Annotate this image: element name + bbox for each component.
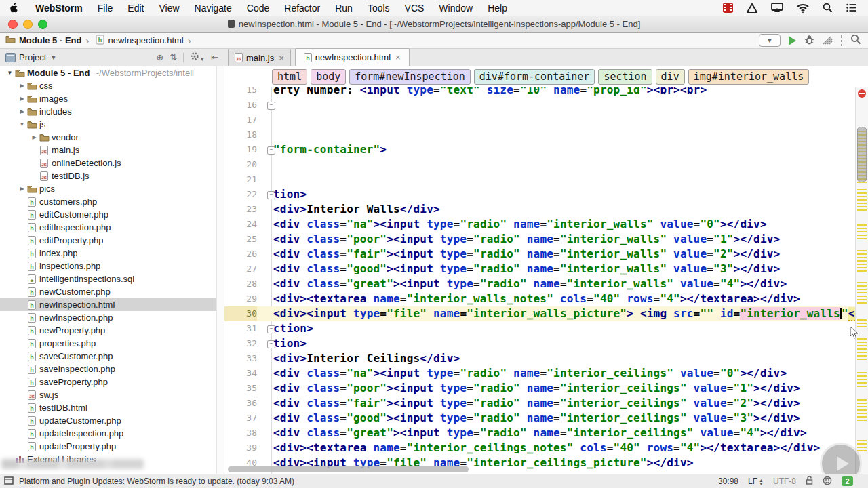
- airplay-icon[interactable]: [771, 3, 783, 13]
- code-line[interactable]: 16−: [224, 98, 856, 113]
- warning-stripe-mark[interactable]: [857, 372, 867, 388]
- tree-item-index-php[interactable]: hindex.php: [0, 247, 224, 260]
- tree-item-pics[interactable]: ▶pics: [0, 182, 224, 195]
- project-panel-title[interactable]: Project: [19, 52, 46, 62]
- code-line[interactable]: 22−tion>: [224, 187, 856, 202]
- tree-item-customers-php[interactable]: hcustomers.php: [0, 195, 224, 208]
- tree-item-saveproperty-php[interactable]: hsaveProperty.php: [0, 375, 224, 388]
- breadcrumb-file[interactable]: newInspection.html: [108, 35, 183, 45]
- breadcrumb-module[interactable]: Module 5 - End: [19, 35, 81, 45]
- warning-stripe-mark[interactable]: [857, 319, 867, 327]
- menu-item-file[interactable]: File: [90, 3, 121, 14]
- tree-item-css[interactable]: ▶css: [0, 79, 224, 92]
- menu-item-run[interactable]: Run: [328, 3, 360, 14]
- code-line[interactable]: 30<div><input type="file" name="interior…: [224, 306, 856, 321]
- breadcrumb-pill-div[interactable]: div: [656, 69, 685, 85]
- code-viewport[interactable]: 15erty Number: <input type="text" size="…: [224, 87, 856, 474]
- locate-file-icon[interactable]: ⊕: [156, 52, 163, 62]
- code-line[interactable]: 23<div>Interior Walls</div>: [224, 202, 856, 217]
- code-line[interactable]: 34<div class="na"><input type="radio" na…: [224, 366, 856, 381]
- error-stripe[interactable]: [855, 87, 868, 474]
- close-tab-icon[interactable]: ×: [279, 53, 284, 63]
- menu-item-tools[interactable]: Tools: [360, 3, 397, 14]
- collapse-arrow-icon[interactable]: ▼: [18, 121, 26, 127]
- tree-item-onlinedetection-js[interactable]: JSonlineDetection.js: [0, 157, 224, 169]
- tree-item-js[interactable]: ▼js: [0, 118, 224, 131]
- menu-item-code[interactable]: Code: [239, 3, 277, 14]
- breadcrumb-pill-img-interior-walls[interactable]: img#interior_walls: [688, 69, 810, 85]
- code-line[interactable]: 31−ction>: [224, 321, 856, 336]
- code-line[interactable]: 24<div class="na"><input type="radio" na…: [224, 217, 856, 232]
- vertical-scrollbar-thumb[interactable]: [857, 127, 867, 182]
- settings-gear-icon[interactable]: ▼: [190, 52, 205, 63]
- file-encoding[interactable]: UTF-8: [773, 476, 796, 486]
- run-button[interactable]: [789, 36, 796, 45]
- chevron-down-icon[interactable]: ▼: [50, 54, 56, 61]
- menu-item-refactor[interactable]: Refactor: [277, 3, 328, 14]
- tree-item-images[interactable]: ▶images: [0, 92, 224, 105]
- expand-arrow-icon[interactable]: ▶: [18, 96, 26, 102]
- apple-menu-icon[interactable]: [9, 3, 18, 13]
- debug-icon[interactable]: [804, 35, 814, 47]
- coverage-icon[interactable]: [823, 35, 833, 47]
- menu-item-window[interactable]: Window: [431, 3, 480, 14]
- search-everywhere-icon[interactable]: [850, 34, 861, 47]
- tree-item-vendor[interactable]: ▶vendor: [0, 131, 224, 144]
- breadcrumb-pill-body[interactable]: body: [311, 69, 346, 85]
- inspections-profile-icon[interactable]: [823, 476, 832, 487]
- code-line[interactable]: 18: [224, 127, 856, 142]
- code-line[interactable]: 33<div>Interior Ceilings</div>: [224, 351, 856, 366]
- menu-item-help[interactable]: Help: [480, 3, 515, 14]
- tree-item-newinspection-html[interactable]: hnewInspection.html: [0, 298, 224, 311]
- expand-arrow-icon[interactable]: ▶: [18, 186, 26, 192]
- warning-stripe-mark[interactable]: [857, 282, 867, 304]
- line-ending-selector[interactable]: LF▲▼: [748, 476, 764, 486]
- code-line[interactable]: 28<div class="great"><input type="radio"…: [224, 277, 856, 291]
- lock-icon[interactable]: [806, 476, 813, 487]
- status-window-icon[interactable]: [4, 476, 14, 487]
- horizontal-scrollbar[interactable]: [228, 466, 469, 472]
- warning-stripe-mark[interactable]: [857, 189, 867, 212]
- code-line[interactable]: 36<div class="fair"><input type="radio" …: [224, 396, 856, 411]
- tree-item-main-js[interactable]: JSmain.js: [0, 144, 224, 157]
- warning-stripe-mark[interactable]: [857, 440, 867, 453]
- tree-item-editinspection-php[interactable]: heditInspection.php: [0, 221, 224, 234]
- close-tab-icon[interactable]: ×: [395, 52, 401, 62]
- hide-panel-icon[interactable]: ⇤: [211, 52, 218, 62]
- tree-item-editproperty-php[interactable]: heditProperty.php: [0, 234, 224, 247]
- expand-arrow-icon[interactable]: ▶: [18, 83, 26, 89]
- code-line[interactable]: 21: [224, 172, 856, 187]
- code-line[interactable]: 19−"form-container">: [224, 142, 856, 157]
- tree-item-module-5-end[interactable]: ▼Module 5 - End~/WebstormProjects/intell: [0, 66, 224, 79]
- caret-position[interactable]: 30:98: [718, 476, 738, 486]
- wifi-icon[interactable]: [797, 3, 809, 13]
- google-drive-icon[interactable]: [747, 3, 757, 13]
- warning-stripe-mark[interactable]: [857, 399, 867, 422]
- tree-item-editcustomer-php[interactable]: heditCustomer.php: [0, 208, 224, 221]
- tree-item-properties-php[interactable]: hproperties.php: [0, 337, 224, 350]
- expand-arrow-icon[interactable]: ▶: [30, 134, 39, 140]
- code-line[interactable]: 20: [224, 157, 856, 172]
- code-line[interactable]: 15erty Number: <input type="text" size="…: [224, 87, 856, 98]
- warning-stripe-mark[interactable]: [857, 224, 867, 239]
- code-line[interactable]: 39<div><textarea name="interior_ceilings…: [224, 441, 856, 455]
- expand-arrow-icon[interactable]: ▶: [18, 108, 26, 115]
- error-indicator-icon[interactable]: [858, 89, 866, 98]
- tree-scrollbar[interactable]: [216, 66, 224, 474]
- code-line[interactable]: 29<div><textarea name="interior_walls_no…: [224, 291, 856, 306]
- tab-newinspection-html[interactable]: hnewInspection.html×: [295, 48, 410, 66]
- warning-stripe-mark[interactable]: [857, 338, 867, 361]
- menu-item-view[interactable]: View: [151, 3, 186, 14]
- spotlight-icon[interactable]: [823, 3, 833, 13]
- code-line[interactable]: 35<div class="poor"><input type="radio" …: [224, 381, 856, 396]
- breadcrumb-pill-div-form-container[interactable]: div#form-container: [474, 69, 595, 85]
- breadcrumb-pill-html[interactable]: html: [272, 69, 307, 85]
- code-line[interactable]: 27<div class="good"><input type="radio" …: [224, 262, 856, 277]
- menu-list-icon[interactable]: [846, 3, 857, 12]
- code-line[interactable]: 26<div class="fair"><input type="radio" …: [224, 247, 856, 262]
- tree-item-newcustomer-php[interactable]: hnewCustomer.php: [0, 285, 224, 298]
- code-line[interactable]: 38<div class="great"><input type="radio"…: [224, 426, 856, 441]
- tab-main-js[interactable]: JSmain.js×: [228, 49, 291, 66]
- menu-item-edit[interactable]: Edit: [120, 3, 151, 14]
- tree-item-testidb-js[interactable]: JStestIDB.js: [0, 169, 224, 182]
